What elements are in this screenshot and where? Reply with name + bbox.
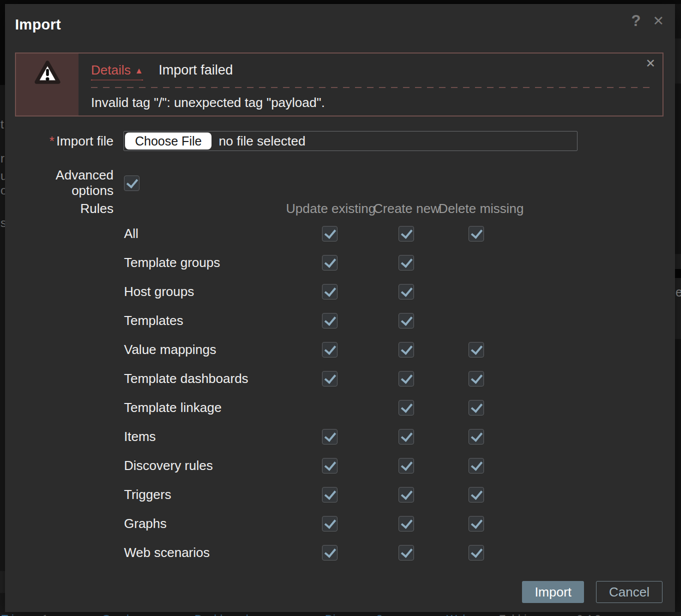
rule-checkbox[interactable] bbox=[398, 342, 414, 358]
rule-checkbox[interactable] bbox=[468, 371, 484, 386]
background-link-fragment: 1 bbox=[42, 612, 48, 616]
rule-row: Value mappings bbox=[15, 335, 665, 364]
rules-label: Rules bbox=[15, 201, 114, 216]
rule-checkbox[interactable] bbox=[322, 487, 338, 502]
rule-checkbox[interactable] bbox=[468, 516, 484, 532]
rule-checkbox[interactable] bbox=[322, 284, 338, 300]
rule-checkbox-cell bbox=[286, 429, 374, 444]
background-right-band bbox=[675, 269, 681, 278]
rule-row-label: Value mappings bbox=[114, 342, 286, 358]
rule-checkbox-cell bbox=[286, 371, 374, 386]
import-file-input[interactable]: Choose File no file selected bbox=[124, 131, 578, 151]
dialog-footer: Import Cancel bbox=[522, 581, 662, 603]
rule-checkbox[interactable] bbox=[468, 226, 484, 242]
rule-checkbox-cell bbox=[438, 545, 514, 560]
choose-file-button[interactable]: Choose File bbox=[125, 132, 212, 150]
rule-checkbox[interactable] bbox=[322, 226, 338, 242]
background-text-fragment: o bbox=[0, 184, 5, 198]
rule-checkbox-cell bbox=[286, 516, 374, 532]
rule-checkbox[interactable] bbox=[322, 342, 338, 358]
rule-checkbox[interactable] bbox=[468, 342, 484, 358]
rule-checkbox-cell bbox=[438, 371, 514, 386]
background-link-fragment: Triggers bbox=[2, 612, 42, 616]
rule-checkbox[interactable] bbox=[468, 400, 484, 416]
background-text-fragment: si bbox=[0, 216, 5, 230]
background-text-fragment: e bbox=[676, 285, 681, 300]
help-icon[interactable]: ? bbox=[631, 12, 640, 30]
rule-checkbox-cell bbox=[374, 313, 438, 328]
rule-checkbox[interactable] bbox=[468, 487, 484, 502]
rule-checkbox-cell bbox=[374, 429, 438, 444]
rule-checkbox[interactable] bbox=[322, 516, 338, 532]
rule-row: Host groups bbox=[15, 277, 665, 306]
import-button[interactable]: Import bbox=[522, 581, 584, 603]
background-left-box bbox=[0, 571, 5, 593]
rule-row-label: Host groups bbox=[114, 284, 286, 300]
rule-row-label: Template dashboards bbox=[114, 371, 286, 386]
rule-checkbox-cell bbox=[438, 458, 514, 474]
background-link-fragment: Discovery 2 bbox=[325, 612, 382, 616]
close-icon[interactable]: ✕ bbox=[652, 13, 664, 29]
column-header-update-existing: Update existing bbox=[286, 201, 374, 216]
rule-checkbox[interactable] bbox=[398, 545, 414, 560]
rule-row-label: Web scenarios bbox=[114, 545, 286, 560]
rule-checkbox[interactable] bbox=[398, 255, 414, 270]
rule-checkbox[interactable] bbox=[322, 371, 338, 386]
warning-triangle-icon bbox=[34, 60, 60, 88]
rule-row: Items bbox=[15, 422, 665, 451]
error-message-text: Invalid tag "/": unexpected tag "payload… bbox=[91, 95, 655, 110]
rule-checkbox-cell bbox=[438, 342, 514, 358]
rule-checkbox[interactable] bbox=[398, 429, 414, 444]
advanced-options-checkbox[interactable] bbox=[124, 176, 140, 191]
rule-row: All bbox=[15, 219, 665, 248]
background-right-sliver: e bbox=[675, 4, 681, 612]
rule-checkbox[interactable] bbox=[468, 545, 484, 560]
rule-checkbox[interactable] bbox=[398, 458, 414, 474]
import-file-label: *Import file bbox=[15, 134, 114, 149]
rules-header-row: Rules Update existing Create new Delete … bbox=[15, 198, 665, 219]
rule-checkbox[interactable] bbox=[468, 429, 484, 444]
rule-checkbox-cell bbox=[286, 284, 374, 300]
rule-checkbox-cell bbox=[374, 342, 438, 358]
rule-checkbox[interactable] bbox=[398, 371, 414, 386]
advanced-options-row: Advanced options bbox=[15, 168, 140, 198]
rule-checkbox[interactable] bbox=[398, 284, 414, 300]
rule-checkbox-cell bbox=[438, 487, 514, 502]
rule-checkbox[interactable] bbox=[398, 313, 414, 328]
rule-checkbox-cell bbox=[374, 487, 438, 502]
rule-row-label: Graphs bbox=[114, 516, 286, 532]
rule-checkbox[interactable] bbox=[322, 545, 338, 560]
rule-row-label: Items bbox=[114, 429, 286, 444]
rule-checkbox[interactable] bbox=[322, 255, 338, 270]
rule-row-label: Triggers bbox=[114, 487, 286, 502]
collapse-arrow-icon: ▲ bbox=[134, 66, 143, 76]
rule-checkbox-cell bbox=[374, 284, 438, 300]
advanced-options-label: Advanced options bbox=[15, 168, 114, 198]
dashed-divider bbox=[91, 87, 654, 88]
details-toggle-link[interactable]: Details ▲ bbox=[91, 62, 143, 80]
rule-checkbox[interactable] bbox=[468, 458, 484, 474]
rule-checkbox-cell bbox=[374, 226, 438, 242]
background-link-fragment: 6.4.9 bbox=[576, 612, 601, 616]
rule-checkbox[interactable] bbox=[322, 429, 338, 444]
rule-row: Templates bbox=[15, 306, 665, 335]
rule-checkbox-cell bbox=[286, 255, 374, 270]
rule-checkbox[interactable] bbox=[322, 458, 338, 474]
rule-checkbox[interactable] bbox=[398, 516, 414, 532]
rule-checkbox-cell bbox=[286, 487, 374, 502]
page-title: Import bbox=[15, 16, 61, 33]
rule-row: Template linkage bbox=[15, 393, 665, 422]
rule-checkbox[interactable] bbox=[322, 313, 338, 328]
rule-checkbox-cell bbox=[374, 458, 438, 474]
dialog-controls: ? ✕ bbox=[631, 12, 664, 30]
rule-checkbox[interactable] bbox=[398, 226, 414, 242]
column-header-delete-missing: Delete missing bbox=[438, 201, 514, 216]
rule-checkbox[interactable] bbox=[398, 487, 414, 502]
error-close-icon[interactable]: ✕ bbox=[646, 56, 656, 70]
import-dialog: Import ? ✕ Details ▲ Import failed bbox=[5, 4, 675, 612]
rule-checkbox[interactable] bbox=[398, 400, 414, 416]
rule-checkbox-cell bbox=[374, 516, 438, 532]
rule-checkbox-cell bbox=[286, 342, 374, 358]
rule-checkbox-cell bbox=[438, 400, 514, 416]
cancel-button[interactable]: Cancel bbox=[596, 581, 662, 603]
